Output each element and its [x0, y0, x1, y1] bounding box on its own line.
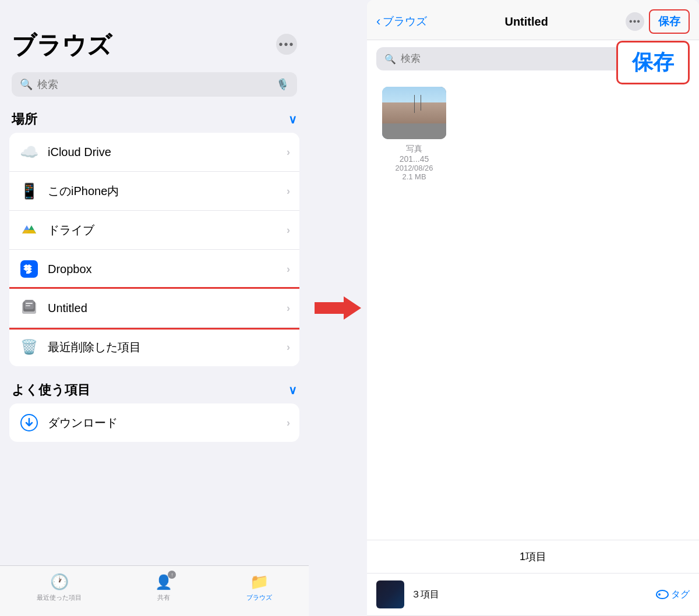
- untitled-label: Untitled: [48, 302, 287, 315]
- list-item-iphone[interactable]: 📱 このiPhone内 ›: [9, 172, 299, 211]
- trash-label: 最近削除した項目: [48, 339, 287, 355]
- file-name-en: 201...45: [400, 154, 429, 164]
- search-icon-right: 🔍: [384, 54, 396, 65]
- browse-title: ブラウズ: [12, 29, 112, 62]
- more-button-left[interactable]: •••: [276, 34, 297, 55]
- chevron-down-places[interactable]: ∨: [288, 112, 297, 126]
- save-callout: 保存: [616, 41, 690, 84]
- trash-chevron: ›: [287, 341, 290, 353]
- tab-shared[interactable]: 👤 ↑ 共有: [155, 573, 172, 602]
- bottom-list-item[interactable]: ３項目 タグ: [367, 573, 699, 616]
- places-list: ☁️ iCloud Drive › 📱 このiPhone内 ›: [9, 133, 299, 366]
- bottom-thumbnail: [376, 580, 404, 608]
- pole2: [421, 95, 421, 111]
- list-item-trash[interactable]: 🗑️ 最近削除した項目 ›: [9, 328, 299, 366]
- bottom-thumb-inner: [376, 580, 404, 608]
- more-button-right[interactable]: •••: [626, 12, 644, 31]
- mic-icon[interactable]: 🎙️: [276, 78, 289, 91]
- item-count: 1項目: [367, 540, 699, 573]
- tag-icon: [656, 590, 669, 599]
- street-scene: [382, 87, 446, 139]
- iphone-icon: 📱: [19, 180, 40, 201]
- svg-rect-12: [26, 305, 30, 306]
- drive-icon: [19, 220, 40, 240]
- more-dots-right-icon: •••: [629, 16, 641, 27]
- save-button[interactable]: 保存: [649, 9, 690, 34]
- dropbox-icon: [19, 259, 40, 279]
- icloud-icon: ☁️: [19, 141, 40, 162]
- list-item-drive[interactable]: ドライブ ›: [9, 211, 299, 250]
- iphone-label: このiPhone内: [48, 183, 287, 199]
- right-nav: ‹ ブラウズ Untitled ••• 保存: [367, 0, 699, 40]
- tab-shared-label: 共有: [157, 593, 170, 602]
- file-grid: 写真 201...45 2012/08/26 2.1 MB: [367, 75, 699, 193]
- tab-browse[interactable]: 📁 ブラウズ: [246, 573, 272, 602]
- svg-point-16: [658, 593, 661, 596]
- drive-chevron: ›: [287, 224, 290, 236]
- tag-label: タグ: [671, 589, 690, 601]
- bottom-tabs: 🕐 最近使った項目 👤 ↑ 共有 📁 ブラウズ: [0, 565, 309, 616]
- search-bar-left: 🔍 🎙️: [12, 72, 297, 97]
- save-callout-label: 保存: [632, 50, 674, 74]
- icloud-chevron: ›: [287, 146, 290, 158]
- left-header: ブラウズ •••: [0, 0, 309, 68]
- svg-marker-14: [315, 296, 361, 320]
- file-name-jp: 写真: [406, 144, 422, 154]
- dropbox-label: Dropbox: [48, 263, 287, 276]
- section-title-favorites: よく使う項目: [12, 381, 90, 399]
- untitled-icon: [19, 298, 40, 318]
- arrow-area: [309, 0, 367, 616]
- shared-icon: 👤 ↑: [155, 573, 172, 591]
- search-input-left[interactable]: [37, 79, 271, 91]
- tab-browse-label: ブラウズ: [246, 593, 272, 602]
- folder-icon: 📁: [250, 573, 269, 591]
- iphone-chevron: ›: [287, 185, 290, 197]
- more-dots-icon: •••: [278, 38, 294, 51]
- tag-button[interactable]: タグ: [656, 589, 690, 601]
- pole: [414, 95, 415, 114]
- download-chevron: ›: [287, 417, 290, 429]
- file-thumbnail: [382, 87, 446, 139]
- file-size: 2.1 MB: [402, 172, 426, 181]
- clock-icon: 🕐: [50, 573, 69, 591]
- drive-label: ドライブ: [48, 222, 287, 238]
- back-chevron-icon: ‹: [376, 14, 380, 29]
- tab-recent-label: 最近使った項目: [37, 593, 82, 602]
- list-item-download[interactable]: ダウンロード ›: [9, 403, 299, 442]
- search-icon-left: 🔍: [20, 78, 33, 91]
- file-item[interactable]: 写真 201...45 2012/08/26 2.1 MB: [376, 87, 452, 181]
- section-title-places: 場所: [12, 111, 37, 128]
- dropbox-chevron: ›: [287, 263, 290, 275]
- file-date: 2012/08/26: [395, 164, 433, 172]
- list-item-untitled[interactable]: Untitled ›: [9, 289, 299, 328]
- section-header-favorites: よく使う項目 ∨: [0, 378, 309, 403]
- bottom-item-count: ３項目: [411, 589, 649, 601]
- red-arrow-icon: [315, 291, 361, 325]
- list-item-icloud[interactable]: ☁️ iCloud Drive ›: [9, 133, 299, 172]
- tab-recent[interactable]: 🕐 最近使った項目: [37, 573, 82, 602]
- download-label: ダウンロード: [48, 415, 287, 431]
- svg-rect-10: [24, 300, 34, 309]
- untitled-chevron: ›: [287, 302, 290, 314]
- chevron-down-favorites[interactable]: ∨: [288, 383, 297, 397]
- icloud-label: iCloud Drive: [48, 146, 287, 159]
- back-label: ブラウズ: [383, 14, 427, 29]
- download-icon: [19, 412, 40, 433]
- svg-rect-11: [26, 303, 33, 304]
- trash-icon: 🗑️: [19, 337, 40, 357]
- back-button[interactable]: ‹ ブラウズ: [376, 14, 427, 29]
- nav-title: Untitled: [432, 15, 621, 29]
- section-header-places: 場所 ∨: [0, 107, 309, 133]
- left-panel: ブラウズ ••• 🔍 🎙️ 場所 ∨ ☁️ iCloud Drive › 📱 こ…: [0, 0, 309, 616]
- road-layer: [382, 123, 446, 139]
- right-panel: ‹ ブラウズ Untitled ••• 保存 🔍 写: [367, 0, 699, 616]
- list-item-dropbox[interactable]: Dropbox ›: [9, 250, 299, 289]
- favorites-list: ダウンロード ›: [9, 403, 299, 442]
